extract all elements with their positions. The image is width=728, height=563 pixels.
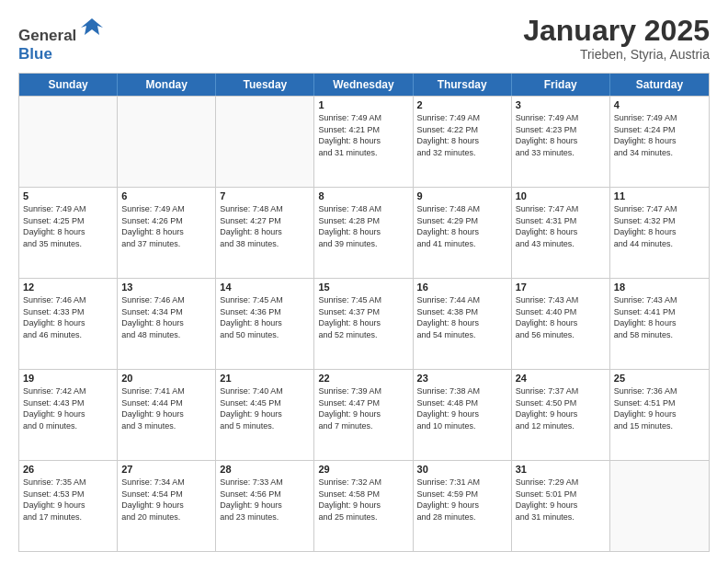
day-number: 3 [516, 99, 606, 110]
day-info: Sunrise: 7:40 AM Sunset: 4:45 PM Dayligh… [220, 385, 310, 431]
day-number: 21 [220, 373, 310, 384]
day-number: 13 [121, 282, 211, 293]
day-number: 31 [516, 464, 606, 475]
calendar-cell: 22Sunrise: 7:39 AM Sunset: 4:47 PM Dayli… [314, 370, 413, 460]
day-number: 17 [516, 282, 606, 293]
header: General Blue January 2025 Trieben, Styri… [18, 15, 710, 63]
logo: General Blue [18, 15, 105, 63]
day-header-thursday: Thursday [414, 74, 512, 96]
day-info: Sunrise: 7:47 AM Sunset: 4:32 PM Dayligh… [614, 203, 705, 249]
calendar-cell: 2Sunrise: 7:49 AM Sunset: 4:22 PM Daylig… [414, 97, 512, 187]
day-info: Sunrise: 7:49 AM Sunset: 4:23 PM Dayligh… [516, 112, 606, 158]
calendar-cell: 12Sunrise: 7:46 AM Sunset: 4:33 PM Dayli… [19, 279, 118, 369]
day-info: Sunrise: 7:31 AM Sunset: 4:59 PM Dayligh… [417, 477, 507, 523]
logo-bird-icon [79, 15, 105, 40]
day-number: 7 [220, 190, 310, 201]
day-info: Sunrise: 7:49 AM Sunset: 4:22 PM Dayligh… [417, 112, 507, 158]
day-number: 27 [121, 464, 211, 475]
day-info: Sunrise: 7:32 AM Sunset: 4:58 PM Dayligh… [318, 477, 408, 523]
calendar-cell: 28Sunrise: 7:33 AM Sunset: 4:56 PM Dayli… [216, 461, 314, 551]
day-number: 29 [318, 464, 408, 475]
calendar-cell: 21Sunrise: 7:40 AM Sunset: 4:45 PM Dayli… [216, 370, 314, 460]
calendar-week-5: 26Sunrise: 7:35 AM Sunset: 4:53 PM Dayli… [19, 460, 709, 551]
day-info: Sunrise: 7:29 AM Sunset: 5:01 PM Dayligh… [516, 477, 606, 523]
day-number: 24 [516, 373, 606, 384]
logo-general: General [18, 27, 76, 44]
day-info: Sunrise: 7:44 AM Sunset: 4:38 PM Dayligh… [417, 294, 507, 340]
calendar-cell [216, 97, 314, 187]
day-number: 25 [614, 373, 705, 384]
day-number: 28 [220, 464, 310, 475]
day-info: Sunrise: 7:49 AM Sunset: 4:26 PM Dayligh… [121, 203, 211, 249]
calendar-body: 1Sunrise: 7:49 AM Sunset: 4:21 PM Daylig… [19, 96, 709, 551]
calendar-cell: 10Sunrise: 7:47 AM Sunset: 4:31 PM Dayli… [512, 188, 610, 278]
day-info: Sunrise: 7:37 AM Sunset: 4:50 PM Dayligh… [516, 385, 606, 431]
day-number: 12 [23, 282, 113, 293]
calendar-week-1: 1Sunrise: 7:49 AM Sunset: 4:21 PM Daylig… [19, 96, 709, 187]
day-info: Sunrise: 7:49 AM Sunset: 4:24 PM Dayligh… [614, 112, 705, 158]
day-header-friday: Friday [512, 74, 610, 96]
calendar-subtitle: Trieben, Styria, Austria [523, 47, 710, 62]
day-info: Sunrise: 7:48 AM Sunset: 4:29 PM Dayligh… [417, 203, 507, 249]
day-number: 26 [23, 464, 113, 475]
day-number: 16 [417, 282, 507, 293]
calendar-cell: 6Sunrise: 7:49 AM Sunset: 4:26 PM Daylig… [118, 188, 216, 278]
day-header-tuesday: Tuesday [216, 74, 314, 96]
calendar-cell: 15Sunrise: 7:45 AM Sunset: 4:37 PM Dayli… [314, 279, 413, 369]
calendar: SundayMondayTuesdayWednesdayThursdayFrid… [18, 73, 710, 552]
day-header-wednesday: Wednesday [314, 74, 413, 96]
calendar-cell: 7Sunrise: 7:48 AM Sunset: 4:27 PM Daylig… [216, 188, 314, 278]
day-info: Sunrise: 7:46 AM Sunset: 4:34 PM Dayligh… [121, 294, 211, 340]
day-info: Sunrise: 7:36 AM Sunset: 4:51 PM Dayligh… [614, 385, 705, 431]
day-number: 1 [318, 99, 408, 110]
page: General Blue January 2025 Trieben, Styri… [0, 0, 728, 563]
day-info: Sunrise: 7:43 AM Sunset: 4:41 PM Dayligh… [614, 294, 705, 340]
calendar-cell: 14Sunrise: 7:45 AM Sunset: 4:36 PM Dayli… [216, 279, 314, 369]
calendar-week-2: 5Sunrise: 7:49 AM Sunset: 4:25 PM Daylig… [19, 187, 709, 278]
day-info: Sunrise: 7:39 AM Sunset: 4:47 PM Dayligh… [318, 385, 408, 431]
day-info: Sunrise: 7:45 AM Sunset: 4:36 PM Dayligh… [220, 294, 310, 340]
calendar-title: January 2025 [523, 15, 710, 47]
calendar-cell: 31Sunrise: 7:29 AM Sunset: 5:01 PM Dayli… [512, 461, 610, 551]
day-info: Sunrise: 7:34 AM Sunset: 4:54 PM Dayligh… [121, 477, 211, 523]
day-info: Sunrise: 7:33 AM Sunset: 4:56 PM Dayligh… [220, 477, 310, 523]
calendar-cell: 4Sunrise: 7:49 AM Sunset: 4:24 PM Daylig… [610, 97, 709, 187]
day-info: Sunrise: 7:43 AM Sunset: 4:40 PM Dayligh… [516, 294, 606, 340]
calendar-cell [19, 97, 118, 187]
calendar-cell: 5Sunrise: 7:49 AM Sunset: 4:25 PM Daylig… [19, 188, 118, 278]
logo-blue: Blue [18, 45, 52, 63]
day-info: Sunrise: 7:38 AM Sunset: 4:48 PM Dayligh… [417, 385, 507, 431]
day-number: 11 [614, 190, 705, 201]
calendar-cell: 23Sunrise: 7:38 AM Sunset: 4:48 PM Dayli… [414, 370, 512, 460]
calendar-header-row: SundayMondayTuesdayWednesdayThursdayFrid… [19, 74, 709, 96]
day-info: Sunrise: 7:48 AM Sunset: 4:27 PM Dayligh… [220, 203, 310, 249]
day-info: Sunrise: 7:45 AM Sunset: 4:37 PM Dayligh… [318, 294, 408, 340]
calendar-cell [118, 97, 216, 187]
calendar-cell: 24Sunrise: 7:37 AM Sunset: 4:50 PM Dayli… [512, 370, 610, 460]
day-number: 22 [318, 373, 408, 384]
calendar-week-4: 19Sunrise: 7:42 AM Sunset: 4:43 PM Dayli… [19, 369, 709, 460]
day-info: Sunrise: 7:49 AM Sunset: 4:25 PM Dayligh… [23, 203, 113, 249]
day-number: 8 [318, 190, 408, 201]
day-header-saturday: Saturday [610, 74, 709, 96]
day-number: 23 [417, 373, 507, 384]
day-header-monday: Monday [118, 74, 216, 96]
calendar-cell: 9Sunrise: 7:48 AM Sunset: 4:29 PM Daylig… [414, 188, 512, 278]
calendar-cell: 27Sunrise: 7:34 AM Sunset: 4:54 PM Dayli… [118, 461, 216, 551]
calendar-cell: 18Sunrise: 7:43 AM Sunset: 4:41 PM Dayli… [610, 279, 709, 369]
calendar-cell [610, 461, 709, 551]
day-number: 14 [220, 282, 310, 293]
day-info: Sunrise: 7:42 AM Sunset: 4:43 PM Dayligh… [23, 385, 113, 431]
day-info: Sunrise: 7:46 AM Sunset: 4:33 PM Dayligh… [23, 294, 113, 340]
day-number: 5 [23, 190, 113, 201]
day-info: Sunrise: 7:47 AM Sunset: 4:31 PM Dayligh… [516, 203, 606, 249]
calendar-cell: 26Sunrise: 7:35 AM Sunset: 4:53 PM Dayli… [19, 461, 118, 551]
calendar-cell: 11Sunrise: 7:47 AM Sunset: 4:32 PM Dayli… [610, 188, 709, 278]
calendar-cell: 19Sunrise: 7:42 AM Sunset: 4:43 PM Dayli… [19, 370, 118, 460]
calendar-cell: 3Sunrise: 7:49 AM Sunset: 4:23 PM Daylig… [512, 97, 610, 187]
day-info: Sunrise: 7:41 AM Sunset: 4:44 PM Dayligh… [121, 385, 211, 431]
day-number: 9 [417, 190, 507, 201]
day-header-sunday: Sunday [19, 74, 118, 96]
calendar-cell: 30Sunrise: 7:31 AM Sunset: 4:59 PM Dayli… [414, 461, 512, 551]
day-number: 19 [23, 373, 113, 384]
